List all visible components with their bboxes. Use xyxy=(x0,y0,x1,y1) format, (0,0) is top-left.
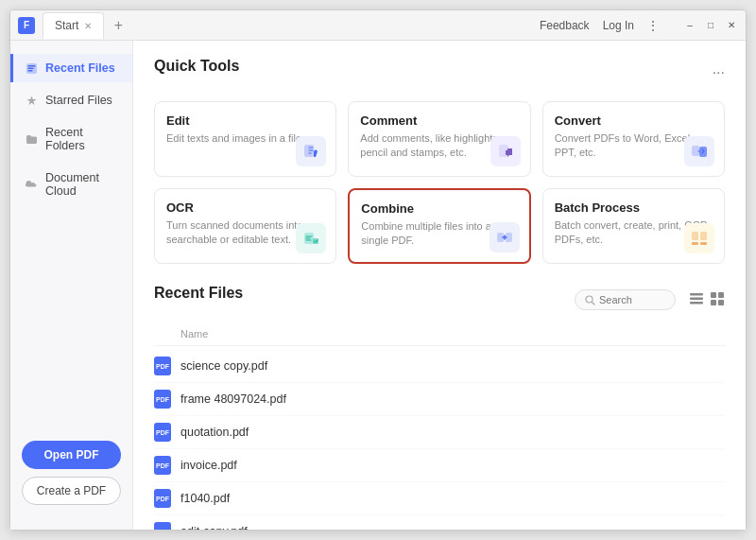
sidebar-label-starred-files: Starred Files xyxy=(45,94,112,107)
sidebar-item-recent-files[interactable]: Recent Files xyxy=(10,54,132,82)
open-pdf-button[interactable]: Open PDF xyxy=(22,441,121,469)
svg-rect-12 xyxy=(692,232,698,240)
files-column-header: Name xyxy=(154,324,725,346)
tool-ocr-title: OCR xyxy=(166,200,324,215)
tool-card-comment[interactable]: Comment Add comments, like highlights, p… xyxy=(348,101,530,177)
file-icon-3: PDF xyxy=(154,456,171,475)
file-icon-4: PDF xyxy=(154,489,171,508)
search-icon xyxy=(585,295,595,305)
create-pdf-button[interactable]: Create a PDF xyxy=(22,477,121,505)
file-name-2: quotation.pdf xyxy=(180,426,249,439)
login-button[interactable]: Log In xyxy=(603,19,634,32)
view-toggle xyxy=(689,291,725,309)
content-area: Quick Tools ··· Edit Edit texts and imag… xyxy=(133,41,746,530)
file-item-1[interactable]: PDF frame 48097024.pdf xyxy=(154,383,725,416)
quick-tools-more-button[interactable]: ··· xyxy=(713,64,725,81)
svg-point-16 xyxy=(586,296,593,303)
more-menu-button[interactable]: ⋮ xyxy=(647,19,659,32)
quick-tools-header: Quick Tools ··· xyxy=(154,58,725,88)
file-name-4: f1040.pdf xyxy=(180,492,230,505)
tool-card-edit[interactable]: Edit Edit texts and images in a file. xyxy=(154,101,336,177)
tool-convert-icon xyxy=(684,136,714,166)
tool-batch-icon xyxy=(684,223,714,253)
svg-rect-3 xyxy=(27,70,32,72)
svg-rect-15 xyxy=(700,242,707,245)
tool-combine-icon xyxy=(490,222,520,253)
close-button[interactable]: ✕ xyxy=(725,19,738,32)
svg-rect-17 xyxy=(690,293,703,296)
svg-rect-21 xyxy=(718,292,724,298)
tool-convert-title: Convert xyxy=(555,113,713,128)
file-item-5[interactable]: PDF edit-copy.pdf xyxy=(154,515,725,530)
file-name-1: frame 48097024.pdf xyxy=(180,392,286,406)
tab-label: Start xyxy=(55,19,78,32)
svg-rect-18 xyxy=(690,297,703,300)
sidebar-item-document-cloud[interactable]: Document Cloud xyxy=(10,164,132,205)
search-input[interactable] xyxy=(599,294,665,305)
file-item-2[interactable]: PDF quotation.pdf xyxy=(154,416,725,449)
titlebar: F Start ✕ + Feedback Log In ⋮ – □ ✕ xyxy=(10,10,746,41)
recent-files-controls xyxy=(575,289,725,310)
tool-ocr-icon xyxy=(296,223,326,253)
tools-grid: Edit Edit texts and images in a file. Co… xyxy=(154,101,725,264)
tool-card-combine[interactable]: Combine Combine multiple files into a si… xyxy=(348,188,530,264)
file-name-3: invoice.pdf xyxy=(180,459,237,472)
sidebar-label-document-cloud: Document Cloud xyxy=(45,171,121,198)
window-controls: – □ ✕ xyxy=(683,19,738,32)
document-cloud-icon xyxy=(25,178,38,191)
sidebar-label-recent-files: Recent Files xyxy=(45,61,115,75)
tool-comment-icon xyxy=(490,136,521,166)
svg-rect-2 xyxy=(27,67,33,69)
file-item-0[interactable]: PDF science copy.pdf xyxy=(154,350,725,383)
app-logo: F xyxy=(18,17,35,34)
search-box[interactable] xyxy=(575,289,676,310)
tool-card-batch-process[interactable]: Batch Process Batch convert, create, pri… xyxy=(542,188,725,264)
svg-rect-22 xyxy=(711,300,716,305)
quick-tools-title: Quick Tools xyxy=(154,58,239,75)
starred-files-icon xyxy=(25,94,38,107)
svg-rect-19 xyxy=(690,302,703,305)
add-tab-button[interactable]: + xyxy=(108,15,129,36)
file-icon-5: PDF xyxy=(154,522,171,530)
sidebar-label-recent-folders: Recent Folders xyxy=(45,126,121,152)
svg-rect-9 xyxy=(313,238,318,244)
recent-folders-icon xyxy=(25,132,38,146)
tool-card-ocr[interactable]: OCR Turn scanned documents into searchab… xyxy=(154,188,336,264)
minimize-button[interactable]: – xyxy=(683,19,696,32)
svg-rect-1 xyxy=(27,65,35,67)
tool-comment-title: Comment xyxy=(360,113,518,128)
titlebar-controls: Feedback Log In ⋮ – □ ✕ xyxy=(540,19,738,32)
tool-combine-title: Combine xyxy=(361,201,517,216)
tool-card-convert[interactable]: Convert Convert PDFs to Word, Excel, PPT… xyxy=(542,101,725,177)
file-icon-0: PDF xyxy=(154,357,171,375)
sidebar-item-recent-folders[interactable]: Recent Folders xyxy=(10,118,132,160)
file-item-4[interactable]: PDF f1040.pdf xyxy=(154,482,725,515)
file-icon-1: PDF xyxy=(154,390,171,409)
tool-batch-title: Batch Process xyxy=(555,200,713,215)
svg-rect-20 xyxy=(711,292,716,298)
app-window: F Start ✕ + Feedback Log In ⋮ – □ ✕ xyxy=(9,9,747,531)
file-icon-2: PDF xyxy=(154,423,171,442)
recent-files-title: Recent Files xyxy=(154,285,243,302)
tab-start[interactable]: Start ✕ xyxy=(43,12,104,39)
svg-rect-13 xyxy=(700,232,707,240)
files-list: PDF science copy.pdf PDF frame 48097024.… xyxy=(154,350,725,530)
main-area: Recent Files Starred Files Recent Folder… xyxy=(10,41,746,530)
grid-view-button[interactable] xyxy=(710,291,725,309)
sidebar-item-starred-files[interactable]: Starred Files xyxy=(10,86,132,114)
svg-rect-14 xyxy=(692,242,698,245)
recent-files-header: Recent Files xyxy=(154,285,725,315)
maximize-button[interactable]: □ xyxy=(704,19,717,32)
tool-edit-icon xyxy=(296,136,326,166)
sidebar-bottom: Open PDF Create a PDF xyxy=(10,429,132,516)
tab-close-icon[interactable]: ✕ xyxy=(84,21,92,31)
recent-files-icon xyxy=(25,61,38,75)
file-item-3[interactable]: PDF invoice.pdf xyxy=(154,449,725,482)
tool-edit-title: Edit xyxy=(166,113,324,128)
file-name-5: edit-copy.pdf xyxy=(180,525,248,530)
file-name-0: science copy.pdf xyxy=(180,359,267,373)
feedback-button[interactable]: Feedback xyxy=(540,19,590,32)
list-view-button[interactable] xyxy=(689,291,704,309)
sidebar: Recent Files Starred Files Recent Folder… xyxy=(10,41,133,530)
svg-rect-23 xyxy=(718,300,724,305)
